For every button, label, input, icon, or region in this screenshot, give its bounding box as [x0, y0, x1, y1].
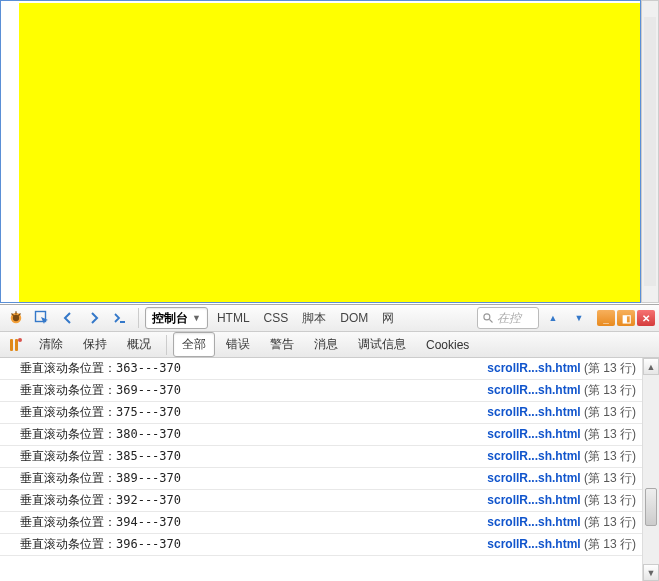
- panel-tab[interactable]: CSS: [257, 307, 296, 329]
- console-log-row: 垂直滚动条位置：392---370scrollR...sh.html (第 13…: [0, 490, 642, 512]
- console-toolbar: 清除 保持 概况 全部 错误 警告 消息 调试信息 Cookies: [0, 332, 659, 358]
- filter-all-button[interactable]: 全部: [173, 332, 215, 357]
- panel-label: 控制台: [152, 310, 188, 327]
- yellow-block: [19, 3, 640, 302]
- log-source-link[interactable]: scrollR...sh.html (第 13 行): [487, 514, 636, 531]
- log-message: 垂直滚动条位置：369---370: [20, 382, 487, 399]
- filter-debug-button[interactable]: 调试信息: [349, 332, 415, 357]
- console-log-row: 垂直滚动条位置：375---370scrollR...sh.html (第 13…: [0, 402, 642, 424]
- console-log-row: 垂直滚动条位置：363---370scrollR...sh.html (第 13…: [0, 358, 642, 380]
- break-on-error-icon[interactable]: [4, 334, 28, 356]
- devtools-panel: 控制台 ▼ HTMLCSS脚本DOM网 在控 ▲ ▼ _ ◧ ✕ 清除 保持 概…: [0, 304, 659, 581]
- separator: [138, 308, 139, 328]
- log-message: 垂直滚动条位置：392---370: [20, 492, 487, 509]
- log-message: 垂直滚动条位置：385---370: [20, 448, 487, 465]
- console-log-row: 垂直滚动条位置：380---370scrollR...sh.html (第 13…: [0, 424, 642, 446]
- panel-tab[interactable]: 网: [375, 307, 401, 329]
- profile-button[interactable]: 概况: [118, 332, 160, 357]
- search-prev-icon[interactable]: ▲: [541, 307, 565, 329]
- log-source-link[interactable]: scrollR...sh.html (第 13 行): [487, 426, 636, 443]
- filter-cookies-button[interactable]: Cookies: [417, 334, 478, 356]
- console-log-row: 垂直滚动条位置：385---370scrollR...sh.html (第 13…: [0, 446, 642, 468]
- console-log-row: 垂直滚动条位置：369---370scrollR...sh.html (第 13…: [0, 380, 642, 402]
- scroll-up-icon[interactable]: ▲: [643, 358, 659, 375]
- search-input[interactable]: 在控: [477, 307, 539, 329]
- page-scrollbar[interactable]: [641, 0, 659, 303]
- minimize-button[interactable]: _: [597, 310, 615, 326]
- firebug-icon[interactable]: [4, 307, 28, 329]
- log-source-link[interactable]: scrollR...sh.html (第 13 行): [487, 404, 636, 421]
- log-message: 垂直滚动条位置：396---370: [20, 536, 487, 553]
- log-message: 垂直滚动条位置：363---370: [20, 360, 487, 377]
- console-log-row: 垂直滚动条位置：396---370scrollR...sh.html (第 13…: [0, 534, 642, 556]
- panel-console-tab[interactable]: 控制台 ▼: [145, 307, 208, 329]
- scrollbar-track[interactable]: [643, 375, 659, 564]
- console-log-list[interactable]: scrollR...sh.html (第 13 行)垂直滚动条位置：363---…: [0, 358, 642, 581]
- clear-button[interactable]: 清除: [30, 332, 72, 357]
- search-icon: [482, 312, 494, 324]
- svg-point-3: [484, 314, 490, 320]
- log-source-link[interactable]: scrollR...sh.html (第 13 行): [487, 536, 636, 553]
- log-message: 垂直滚动条位置：394---370: [20, 514, 487, 531]
- command-line-icon[interactable]: [108, 307, 132, 329]
- nav-forward-icon[interactable]: [82, 307, 106, 329]
- log-message: 垂直滚动条位置：375---370: [20, 404, 487, 421]
- filter-warnings-button[interactable]: 警告: [261, 332, 303, 357]
- nav-back-icon[interactable]: [56, 307, 80, 329]
- scrollbar-track[interactable]: [644, 17, 656, 286]
- page-content: [0, 0, 641, 303]
- inspect-icon[interactable]: [30, 307, 54, 329]
- console-log-row: 垂直滚动条位置：394---370scrollR...sh.html (第 13…: [0, 512, 642, 534]
- scrollbar-thumb[interactable]: [645, 488, 657, 526]
- console-log-row: 垂直滚动条位置：389---370scrollR...sh.html (第 13…: [0, 468, 642, 490]
- panel-tab[interactable]: DOM: [333, 307, 375, 329]
- log-source-link[interactable]: scrollR...sh.html (第 13 行): [487, 492, 636, 509]
- panel-tab[interactable]: HTML: [210, 307, 257, 329]
- filter-errors-button[interactable]: 错误: [217, 332, 259, 357]
- panel-tab[interactable]: 脚本: [295, 307, 333, 329]
- separator: [166, 335, 167, 355]
- search-next-icon[interactable]: ▼: [567, 307, 591, 329]
- log-message: 垂直滚动条位置：380---370: [20, 426, 487, 443]
- log-source-link[interactable]: scrollR...sh.html (第 13 行): [487, 448, 636, 465]
- log-source-link[interactable]: scrollR...sh.html (第 13 行): [487, 382, 636, 399]
- search-placeholder: 在控: [497, 310, 521, 327]
- console-scrollbar[interactable]: ▲ ▼: [642, 358, 659, 581]
- persist-button[interactable]: 保持: [74, 332, 116, 357]
- scroll-down-icon[interactable]: ▼: [643, 564, 659, 581]
- svg-point-1: [13, 315, 19, 321]
- window-controls: _ ◧ ✕: [597, 310, 655, 326]
- log-message: 垂直滚动条位置：389---370: [20, 470, 487, 487]
- log-source-link[interactable]: scrollR...sh.html (第 13 行): [487, 360, 636, 377]
- log-source-link[interactable]: scrollR...sh.html (第 13 行): [487, 470, 636, 487]
- console-log-area: scrollR...sh.html (第 13 行)垂直滚动条位置：363---…: [0, 358, 659, 581]
- detach-button[interactable]: ◧: [617, 310, 635, 326]
- filter-info-button[interactable]: 消息: [305, 332, 347, 357]
- close-button[interactable]: ✕: [637, 310, 655, 326]
- dropdown-icon: ▼: [192, 313, 201, 323]
- devtools-main-toolbar: 控制台 ▼ HTMLCSS脚本DOM网 在控 ▲ ▼ _ ◧ ✕: [0, 304, 659, 332]
